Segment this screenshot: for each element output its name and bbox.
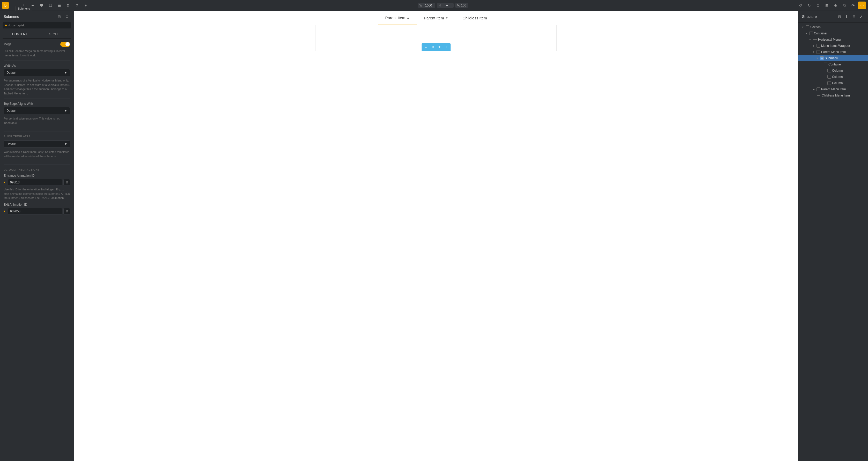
tree-item-menu-items-wrapper[interactable]: ▶ Menu Items Wrapper <box>798 43 868 49</box>
float-more-btn[interactable]: + <box>443 44 449 50</box>
structure-icon-3[interactable]: ⊞ <box>851 13 857 20</box>
tree-item-submenu[interactable]: ▼ Submenu <box>798 55 868 61</box>
tree-item-container[interactable]: ▼ Container <box>798 30 868 36</box>
float-grid-btn[interactable]: ⊞ <box>430 44 436 50</box>
top-edge-desc: For vertical submenus only. This value i… <box>4 117 70 125</box>
add-tool-btn[interactable]: + <box>82 2 90 9</box>
note-tool-btn[interactable]: ☐ <box>46 2 54 9</box>
tree-item-column-3[interactable]: ▶ Column <box>798 80 868 86</box>
app-logo[interactable]: b <box>2 2 9 9</box>
wp-btn[interactable]: ⊕ <box>832 2 840 9</box>
tab-style[interactable]: STYLE <box>37 31 71 38</box>
redo-btn[interactable]: ↻ <box>805 2 813 9</box>
childless-label: Childless Menu Item <box>822 94 865 97</box>
default-interactions-section: DEFAULT INTERACTIONS Entrance Animation … <box>0 165 74 220</box>
width-as-caret: ▼ <box>64 71 67 74</box>
pmi1-label: Parent Menu Item <box>821 50 865 54</box>
slide-templates-select[interactable]: Default ▼ <box>4 140 70 148</box>
structure-icon-2[interactable]: ⬇ <box>844 13 850 20</box>
tree-item-parent-menu-item-2[interactable]: ▶ Parent Menu Item <box>798 86 868 92</box>
hmenu-icon <box>813 39 817 40</box>
preview-btn[interactable]: 👁 <box>849 2 857 9</box>
slide-templates-label: SLIDE TEMPLATES <box>4 135 70 138</box>
entrance-copy-btn[interactable]: ⧉ <box>63 179 70 186</box>
panel-icon-2[interactable]: ⊙ <box>64 13 70 20</box>
width-input[interactable] <box>424 4 434 7</box>
mega-section: Mega DO NOT enable Mega on items having … <box>0 42 74 131</box>
container-arrow: ▼ <box>805 32 808 35</box>
pen-tool-btn[interactable]: ✒ <box>29 2 37 9</box>
entrance-anim-row: Entrance Animation ID <box>4 174 70 177</box>
wrapper-icon <box>816 44 820 47</box>
cont2-icon <box>824 63 827 66</box>
external-btn[interactable]: ⧉ <box>841 2 848 9</box>
submenu-col-3 <box>557 25 798 51</box>
col3-label: Column <box>832 81 865 85</box>
tree-item-parent-menu-item-1[interactable]: ▼ Parent Menu Item <box>798 49 868 55</box>
top-edge-select[interactable]: Default ▼ <box>4 107 70 114</box>
structure-icon-4[interactable]: ⤢ <box>858 13 864 20</box>
interactions-label: DEFAULT INTERACTIONS <box>4 168 70 171</box>
float-move-btn[interactable]: ✥ <box>437 44 442 50</box>
top-edge-label: Top Edge Aligns With <box>4 102 70 105</box>
structure-icons: ⊡ ⬇ ⊞ ⤢ <box>836 13 864 20</box>
panel-icon-1[interactable]: ⊟ <box>56 13 62 20</box>
width-as-value: Default <box>6 71 16 74</box>
tree-item-container-2[interactable]: ▶ Container <box>798 61 868 68</box>
cursor-tool-btn[interactable]: ↖ <box>20 2 28 9</box>
mega-row: Mega <box>4 42 70 47</box>
cont2-label: Container <box>828 63 865 66</box>
menu-item-childless-label: Childless Item <box>462 16 487 20</box>
width-as-select[interactable]: Default ▼ <box>4 69 70 76</box>
width-as-label: Width As <box>4 64 70 68</box>
top-edge-caret: ▼ <box>64 109 67 112</box>
undo-btn[interactable]: ↺ <box>797 2 804 9</box>
exit-dot <box>4 210 5 212</box>
tree-item-childless-menu-item[interactable]: ▶ Childless Menu Item <box>798 92 868 99</box>
section-icon <box>806 25 809 29</box>
tree-item-column-2[interactable]: ▶ Column <box>798 74 868 80</box>
col1-icon <box>827 69 831 72</box>
id-dot <box>5 25 7 26</box>
exit-copy-btn[interactable]: ⧉ <box>63 208 70 215</box>
more-btn[interactable]: ⋯ <box>858 2 866 9</box>
canvas-submenu: ⌄ ⊞ ✥ + <box>74 25 798 51</box>
exit-anim-value: 6d7058 <box>8 208 62 215</box>
menu-item-parent-1[interactable]: Parent Item ▲ <box>378 11 416 25</box>
history-btn[interactable]: ⏱ <box>814 2 822 9</box>
tree-item-section[interactable]: ▼ Section <box>798 24 868 30</box>
tree-item-column-1[interactable]: ▶ Column <box>798 68 868 74</box>
hmenu-arrow: ▼ <box>808 38 812 41</box>
element-id-bar: #brxe-1xpiek <box>3 22 71 29</box>
menu-item-childless[interactable]: Childless Item <box>455 11 494 25</box>
wrapper-label: Menu Items Wrapper <box>821 44 865 47</box>
mega-desc: DO NOT enable Mega on items having sub-l… <box>4 49 70 58</box>
tree-item-horizontal-menu[interactable]: ▼ Horizontal Menu <box>798 36 868 43</box>
menu-bar: Parent Item ▲ Parent Item ▼ Childless It… <box>74 11 798 25</box>
main-area: Submenu ⊟ ⊙ #brxe-1xpiek CONTENT STYLE M… <box>0 11 868 461</box>
shield-tool-btn[interactable]: ⛊ <box>38 2 45 9</box>
help-tool-btn[interactable]: ? <box>73 2 81 9</box>
width-label: W <box>420 4 422 7</box>
height-input[interactable] <box>442 4 452 7</box>
right-panel: Structure ⊡ ⬇ ⊞ ⤢ ▼ Section ▼ Container <box>798 11 868 461</box>
tab-content[interactable]: CONTENT <box>3 31 37 38</box>
folder-tool-btn[interactable]: ☰ <box>55 2 63 9</box>
float-expand-btn[interactable]: ⌄ <box>423 44 429 50</box>
mega-toggle[interactable] <box>60 42 70 47</box>
percent-label: % <box>457 4 460 7</box>
divider-1 <box>4 61 70 61</box>
structure-icon-1[interactable]: ⊡ <box>836 13 843 20</box>
element-id: #brxe-1xpiek <box>8 24 25 27</box>
pmi2-label: Parent Menu Item <box>821 88 865 91</box>
layers-btn[interactable]: ⊞ <box>823 2 831 9</box>
slide-desc: Works inside a Dock menu only! Selected … <box>4 150 70 158</box>
menu-item-parent-2[interactable]: Parent Item ▼ <box>417 11 455 25</box>
zoom-group: % 100 <box>455 3 468 8</box>
section-label: Section <box>810 25 865 29</box>
structure-title: Structure <box>802 14 817 19</box>
section-arrow: ▼ <box>801 25 805 29</box>
col3-icon <box>827 81 831 85</box>
settings-tool-btn[interactable]: ⚙ <box>64 2 72 9</box>
container-icon <box>809 32 813 35</box>
